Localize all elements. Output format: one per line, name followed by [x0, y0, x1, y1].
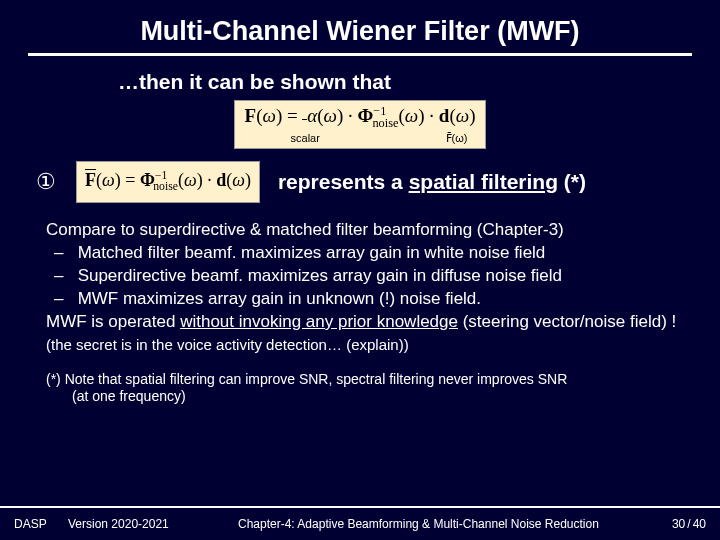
footnote: (*) Note that spatial filtering can impr… [46, 371, 678, 406]
intro-text: …then it can be shown that [118, 70, 692, 94]
equation-1-formula: F(ω) = α(ω) · Φ−1noise(ω) · d(ω) [245, 105, 476, 131]
slide-title: Multi-Channel Wiener Filter (MWF) [28, 16, 692, 47]
represents-suffix: (*) [558, 170, 586, 193]
footer-chapter: Chapter-4: Adaptive Beamforming & Multi-… [238, 517, 646, 531]
equation-1-wrap: F(ω) = α(ω) · Φ−1noise(ω) · d(ω) scalar … [28, 100, 692, 149]
body-line-compare: Compare to superdirective & matched filt… [46, 219, 688, 242]
body-dash-2-text: Superdirective beamf. maximizes array ga… [78, 266, 562, 285]
body-dash-3: – MWF maximizes array gain in unknown (!… [46, 288, 688, 311]
body-mwf-a: MWF is operated [46, 312, 180, 331]
title-divider [28, 53, 692, 56]
footnote-line1: (*) Note that spatial filtering can impr… [46, 371, 678, 389]
body-dash-3-text: MWF maximizes array gain in unknown (!) … [78, 289, 481, 308]
footer-dasp: DASP [14, 517, 68, 531]
fbar-label: F̄(ω) [446, 132, 468, 144]
footer-bar: DASP Version 2020-2021 Chapter-4: Adapti… [0, 506, 720, 540]
equation-1-box: F(ω) = α(ω) · Φ−1noise(ω) · d(ω) scalar … [234, 100, 487, 149]
footnote-line2: (at one frequency) [46, 388, 678, 406]
equation-2-box: F(ω) = Φ−1noise(ω) · d(ω) [76, 161, 260, 203]
body-mwf-line: MWF is operated without invoking any pri… [46, 311, 688, 357]
body-dash-1-text: Matched filter beamf. maximizes array ga… [78, 243, 546, 262]
body-mwf-b: (steering vector/noise field) ! [458, 312, 676, 331]
scalar-label: scalar [291, 132, 320, 144]
footer-page-cur: 30 [672, 517, 685, 531]
equation-2-row: ① F(ω) = Φ−1noise(ω) · d(ω) represents a… [28, 161, 692, 203]
footer-page: 30/40 [646, 517, 706, 531]
footer-page-tot: 40 [693, 517, 706, 531]
footer-page-sep: / [685, 517, 692, 531]
bullet-marker-1: ① [28, 169, 76, 195]
represents-prefix: represents a [278, 170, 409, 193]
represents-text: represents a spatial filtering (*) [278, 170, 586, 194]
body-dash-1: – Matched filter beamf. maximizes array … [46, 242, 688, 265]
body-secret: (the secret is in the voice activity det… [46, 336, 409, 353]
body-mwf-underline: without invoking any prior knowledge [180, 312, 458, 331]
represents-emph: spatial filtering [409, 170, 558, 193]
body-block: Compare to superdirective & matched filt… [46, 219, 688, 357]
equation-1-underbraces: scalar F̄(ω) [245, 132, 476, 144]
footer-version: Version 2020-2021 [68, 517, 218, 531]
slide: Multi-Channel Wiener Filter (MWF) …then … [0, 0, 720, 540]
body-dash-2: – Superdirective beamf. maximizes array … [46, 265, 688, 288]
